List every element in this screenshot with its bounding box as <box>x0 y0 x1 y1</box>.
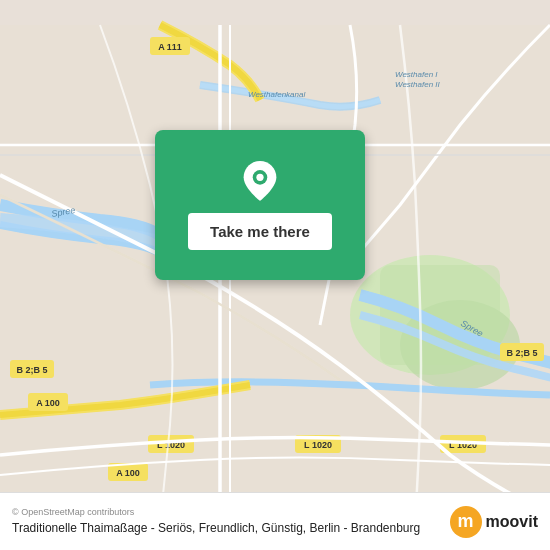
location-pin-icon <box>240 161 280 201</box>
bottom-info-bar: © OpenStreetMap contributors Traditionel… <box>0 492 550 550</box>
moovit-logo-text: moovit <box>486 513 538 531</box>
moovit-logo-icon: m <box>450 506 482 538</box>
svg-text:Westhafenkanal: Westhafenkanal <box>248 90 305 99</box>
svg-text:A 100: A 100 <box>116 468 140 478</box>
svg-text:Westhafen I: Westhafen I <box>395 70 438 79</box>
svg-text:A 100: A 100 <box>36 398 60 408</box>
svg-rect-3 <box>380 265 500 365</box>
svg-text:B 2;B 5: B 2;B 5 <box>16 365 47 375</box>
svg-text:Westhafen II: Westhafen II <box>395 80 441 89</box>
svg-text:A 111: A 111 <box>158 42 182 52</box>
svg-text:L 1020: L 1020 <box>304 440 332 450</box>
svg-point-30 <box>256 173 263 180</box>
map-attribution: © OpenStreetMap contributors <box>12 507 440 517</box>
take-me-there-button[interactable]: Take me there <box>188 213 332 250</box>
svg-text:B 2;B 5: B 2;B 5 <box>506 348 537 358</box>
moovit-logo[interactable]: m moovit <box>450 506 538 538</box>
place-name-label: Traditionelle Thaimaßage - Seriös, Freun… <box>12 520 440 537</box>
navigation-overlay: Take me there <box>155 130 365 280</box>
place-info: © OpenStreetMap contributors Traditionel… <box>12 507 440 537</box>
map-container: A 111 A 100 A 100 B 2;B 5 B 2;B 5 L 1020… <box>0 0 550 550</box>
